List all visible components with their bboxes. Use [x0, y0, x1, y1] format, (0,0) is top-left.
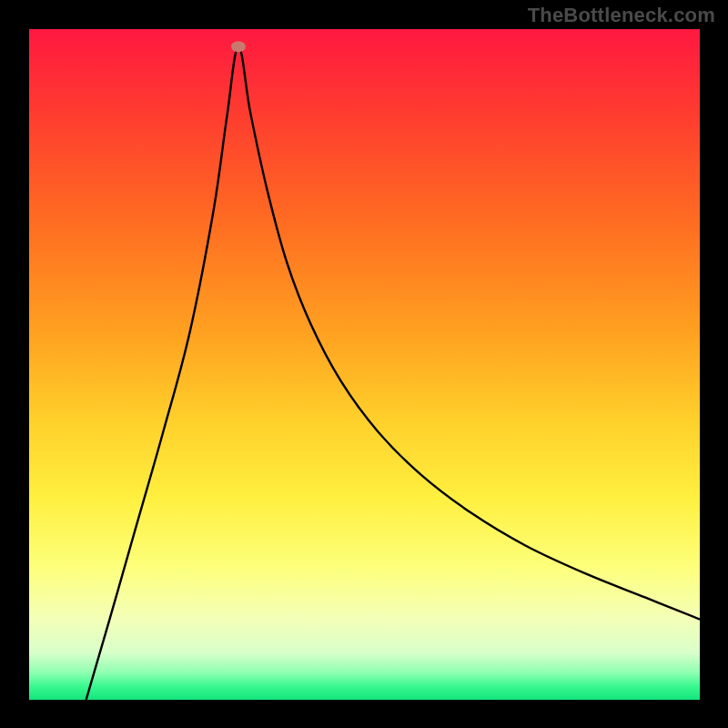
- chart-frame: TheBottleneck.com: [0, 0, 728, 728]
- attribution-text: TheBottleneck.com: [528, 4, 715, 27]
- optimum-marker: [231, 41, 246, 52]
- bottleneck-chart: [0, 0, 728, 728]
- plot-background: [29, 29, 700, 700]
